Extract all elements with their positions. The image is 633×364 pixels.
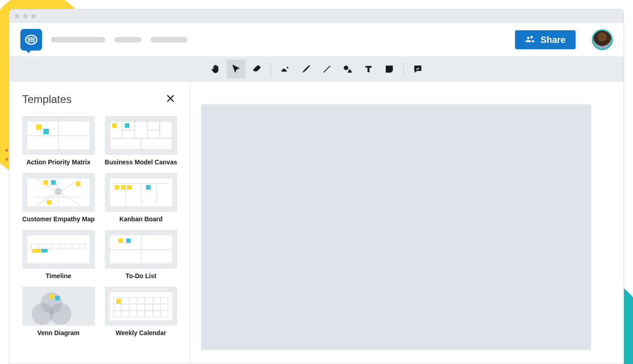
tool-pointer[interactable]	[227, 60, 246, 79]
template-label: Customer Empathy Map	[22, 215, 95, 223]
breadcrumb-placeholder	[114, 37, 142, 42]
template-business-model-canvas[interactable]: Business Model Canvas	[105, 116, 178, 166]
template-label: Weekly Calendar	[105, 329, 178, 336]
app-window: Share Templates	[9, 9, 624, 364]
close-icon	[165, 93, 176, 106]
template-label: Action Priority Matrix	[22, 159, 95, 166]
tool-shape[interactable]	[338, 60, 357, 79]
toolbar-separator	[403, 63, 404, 75]
template-action-priority-matrix[interactable]: Action Priority Matrix	[22, 116, 95, 166]
window-control-dot	[31, 14, 36, 19]
drawing-toolbar	[9, 56, 624, 82]
window-control-dot	[15, 14, 19, 19]
window-control-dot	[23, 14, 28, 19]
template-label: To-Do List	[105, 272, 178, 280]
tool-sticky-note[interactable]	[380, 60, 399, 79]
templates-panel: Templates Action Priority Matrix	[9, 82, 190, 364]
template-todo-list[interactable]: To-Do List	[105, 230, 178, 280]
tool-pen[interactable]	[276, 60, 295, 79]
templates-grid: Action Priority Matrix	[22, 116, 177, 336]
template-weekly-calendar[interactable]: Weekly Calendar	[105, 287, 178, 336]
app-header: Share	[9, 23, 624, 56]
template-customer-empathy-map[interactable]: Customer Empathy Map	[22, 173, 95, 223]
tool-eraser[interactable]	[247, 60, 266, 79]
share-button-label: Share	[540, 35, 566, 45]
share-button[interactable]: Share	[515, 30, 576, 49]
main-area: Templates Action Priority Matrix	[9, 82, 624, 364]
template-label: Timeline	[22, 272, 95, 280]
decorative-white-dots	[353, 354, 550, 357]
tool-hand[interactable]	[206, 60, 225, 79]
tool-text[interactable]	[359, 60, 378, 79]
toolbar-separator	[271, 63, 271, 75]
app-logo[interactable]	[20, 29, 42, 51]
template-label: Kanban Board	[105, 215, 178, 223]
template-venn-diagram[interactable]: Venn Diagram	[22, 287, 95, 336]
user-avatar[interactable]	[592, 29, 613, 50]
template-label: Business Model Canvas	[105, 159, 178, 166]
breadcrumb-placeholder	[151, 37, 188, 42]
tool-line[interactable]	[317, 60, 336, 79]
template-timeline[interactable]: Timeline	[22, 230, 95, 280]
svg-line-1	[324, 66, 331, 73]
tool-highlighter[interactable]	[297, 60, 316, 79]
canvas-placeholder-rect	[201, 104, 591, 350]
templates-panel-title: Templates	[22, 93, 71, 106]
close-templates-button[interactable]	[164, 93, 177, 106]
svg-point-2	[344, 66, 348, 70]
whiteboard-canvas[interactable]	[190, 82, 624, 364]
share-icon	[525, 34, 535, 46]
template-kanban-board[interactable]: Kanban Board	[105, 173, 178, 223]
tool-comment[interactable]	[408, 60, 427, 79]
template-label: Venn Diagram	[22, 329, 95, 336]
browser-chrome	[9, 9, 624, 23]
breadcrumb-placeholder	[51, 37, 105, 42]
